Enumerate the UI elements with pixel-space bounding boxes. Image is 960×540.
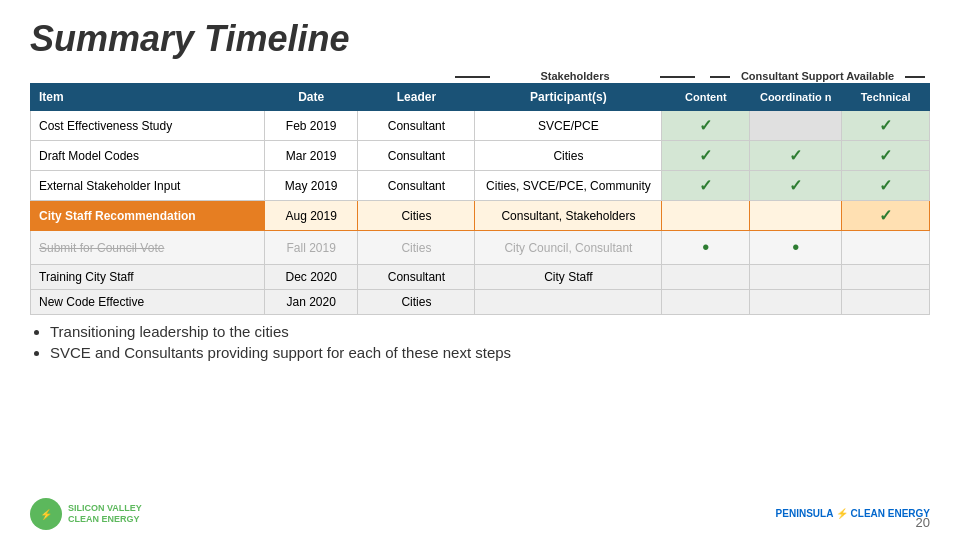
table-cell: City Staff Recommendation xyxy=(31,201,265,231)
stakeholders-label: Stakeholders xyxy=(445,70,705,82)
consultant-label: Consultant Support Available xyxy=(705,70,930,82)
table-cell: ✓ xyxy=(662,171,750,201)
col-header-technical: Technical xyxy=(842,84,930,111)
table-cell: ✓ xyxy=(662,141,750,171)
table-cell: Consultant xyxy=(358,265,475,290)
table-cell: Cities xyxy=(358,231,475,265)
table-row: Cost Effectiveness StudyFeb 2019Consulta… xyxy=(31,111,930,141)
table-cell: Cities, SVCE/PCE, Community xyxy=(475,171,662,201)
table-cell: Consultant xyxy=(358,111,475,141)
table-cell: ✓ xyxy=(842,111,930,141)
table-cell xyxy=(750,111,842,141)
table-cell xyxy=(662,265,750,290)
table-cell xyxy=(842,231,930,265)
table-cell: ✓ xyxy=(842,141,930,171)
table-cell: Consultant xyxy=(358,141,475,171)
bullet-item: Transitioning leadership to the cities xyxy=(50,323,930,340)
table-cell: Feb 2019 xyxy=(264,111,358,141)
table-cell: ✓ xyxy=(750,141,842,171)
table-row: Training City StaffDec 2020ConsultantCit… xyxy=(31,265,930,290)
table-row: External Stakeholder InputMay 2019Consul… xyxy=(31,171,930,201)
table-cell: Consultant, Stakeholders xyxy=(475,201,662,231)
table-row: Draft Model CodesMar 2019ConsultantCitie… xyxy=(31,141,930,171)
table-cell: • xyxy=(662,231,750,265)
col-header-participant: Participant(s) xyxy=(475,84,662,111)
table-row: Submit for Council VoteFall 2019CitiesCi… xyxy=(31,231,930,265)
table-cell: May 2019 xyxy=(264,171,358,201)
table-cell: Cities xyxy=(358,201,475,231)
page-title: Summary Timeline xyxy=(30,18,930,60)
table-cell: ✓ xyxy=(662,111,750,141)
table-cell xyxy=(662,290,750,315)
table-cell xyxy=(475,290,662,315)
table-cell: Dec 2020 xyxy=(264,265,358,290)
svce-logo-icon: ⚡ xyxy=(30,498,62,530)
table-cell: Cost Effectiveness Study xyxy=(31,111,265,141)
table-cell: Fall 2019 xyxy=(264,231,358,265)
page: Summary Timeline Stakeholders Consultant… xyxy=(0,0,960,540)
timeline-table: Item Date Leader Participant(s) Content … xyxy=(30,83,930,315)
table-cell: Draft Model Codes xyxy=(31,141,265,171)
table-row: New Code EffectiveJan 2020Cities xyxy=(31,290,930,315)
table-cell: Jan 2020 xyxy=(264,290,358,315)
table-cell: SVCE/PCE xyxy=(475,111,662,141)
table-cell: ✓ xyxy=(750,171,842,201)
table-cell: • xyxy=(750,231,842,265)
table-cell: ✓ xyxy=(842,171,930,201)
table-cell: Mar 2019 xyxy=(264,141,358,171)
table-cell xyxy=(750,290,842,315)
col-header-content: Content xyxy=(662,84,750,111)
table-cell: ✓ xyxy=(842,201,930,231)
table-cell: City Council, Consultant xyxy=(475,231,662,265)
bullet-item: SVCE and Consultants providing support f… xyxy=(50,344,930,361)
table-cell: Consultant xyxy=(358,171,475,201)
col-header-leader: Leader xyxy=(358,84,475,111)
table-cell: Submit for Council Vote xyxy=(31,231,265,265)
table-cell: External Stakeholder Input xyxy=(31,171,265,201)
table-cell: Cities xyxy=(358,290,475,315)
col-header-date: Date xyxy=(264,84,358,111)
col-header-coordination: Coordinatio n xyxy=(750,84,842,111)
table-cell: New Code Effective xyxy=(31,290,265,315)
table-cell xyxy=(750,265,842,290)
table-cell xyxy=(750,201,842,231)
peninsula-logo-text: PENINSULA ⚡ CLEAN ENERGY xyxy=(776,508,930,520)
bullet-list: Transitioning leadership to the citiesSV… xyxy=(30,323,930,361)
table-row: City Staff RecommendationAug 2019CitiesC… xyxy=(31,201,930,231)
svce-logo-text: SILICON VALLEY CLEAN ENERGY xyxy=(68,503,142,525)
table-cell: Aug 2019 xyxy=(264,201,358,231)
footer: ⚡ SILICON VALLEY CLEAN ENERGY PENINSULA … xyxy=(30,498,930,530)
table-cell: Training City Staff xyxy=(31,265,265,290)
logo-left: ⚡ SILICON VALLEY CLEAN ENERGY xyxy=(30,498,142,530)
table-cell: City Staff xyxy=(475,265,662,290)
table-cell xyxy=(842,290,930,315)
table-cell xyxy=(842,265,930,290)
header-labels: Stakeholders Consultant Support Availabl… xyxy=(30,70,930,82)
table-cell: Cities xyxy=(475,141,662,171)
col-header-item: Item xyxy=(31,84,265,111)
logo-right: PENINSULA ⚡ CLEAN ENERGY xyxy=(776,508,930,520)
page-number: 20 xyxy=(916,515,930,530)
table-cell xyxy=(662,201,750,231)
